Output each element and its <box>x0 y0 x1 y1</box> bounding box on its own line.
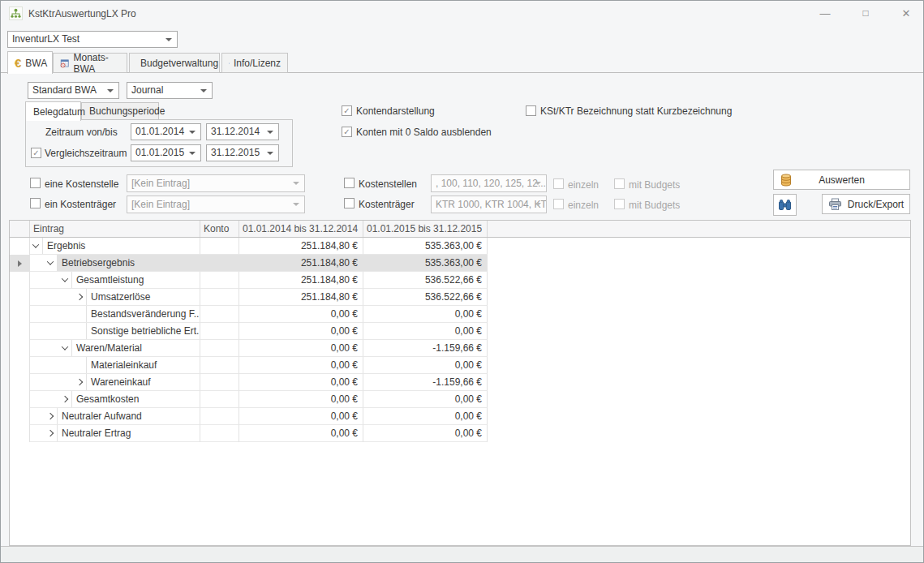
minimize-button[interactable]: — <box>809 1 841 26</box>
vergleichszeitraum-checkbox[interactable] <box>31 148 41 158</box>
kst-bezeichnung-checkbox[interactable] <box>526 105 536 116</box>
row-indicator-cell <box>10 289 30 306</box>
window-bottom-strip <box>1 546 923 563</box>
collapse-icon[interactable] <box>47 258 54 264</box>
kostentraeger-budgets-checkbox[interactable] <box>614 199 625 209</box>
grid-header-konto[interactable]: Konto <box>200 221 239 237</box>
tab-bwa[interactable]: € BWA <box>7 51 53 74</box>
value-2015-cell: -1.159,66 € <box>363 340 488 357</box>
kostenstellen-checkbox[interactable] <box>344 178 355 188</box>
zeitraum-from-datepicker[interactable]: 01.01.2014 <box>131 123 201 140</box>
bwa-variant-select[interactable]: Standard BWA <box>28 82 119 99</box>
auswerten-button[interactable]: Auswerten <box>773 170 910 190</box>
select-value: [Kein Eintrag] <box>131 199 190 210</box>
kostentraeger-checkbox[interactable] <box>344 198 355 208</box>
expand-icon[interactable] <box>47 413 54 419</box>
tab-budgetverwaltung[interactable]: Budgetverwaltung <box>129 53 220 73</box>
expand-icon[interactable] <box>47 430 54 436</box>
kostenstellen-budgets-label: mit Budgets <box>629 179 680 191</box>
close-button[interactable]: ✕ <box>890 1 922 26</box>
grid-header-period-2015[interactable]: 01.01.2015 bis 31.12.2015 <box>363 221 488 237</box>
table-row[interactable]: Neutraler Aufwand0,00 €0,00 € <box>10 408 910 425</box>
kostenstellen-label: Kostenstellen <box>359 178 417 190</box>
tab-buchungsperiode[interactable]: Buchungsperiode <box>81 102 159 119</box>
value-2014-cell: 0,00 € <box>239 391 363 408</box>
eine-kostenstelle-select[interactable]: [Kein Eintrag] <box>127 174 305 192</box>
kostenstellen-select[interactable]: , 100, 110, 120, 125, 12... <box>431 174 547 192</box>
grid-header-row: Eintrag Konto 01.01.2014 bis 31.12.2014 … <box>10 221 910 238</box>
binoculars-icon <box>778 199 792 211</box>
row-label: Ergebnis <box>43 240 85 251</box>
table-row[interactable]: Ergebnis251.184,80 €535.363,00 € <box>10 238 910 255</box>
table-row[interactable]: Neutraler Ertrag0,00 €0,00 € <box>10 425 910 442</box>
collapse-icon[interactable] <box>62 343 68 350</box>
grid-header-period-2014[interactable]: 01.01.2014 bis 31.12.2014 <box>239 221 363 237</box>
grid-header-eintrag[interactable]: Eintrag <box>30 221 200 237</box>
filler-cell <box>488 323 910 340</box>
kst-bezeichnung-label: KSt/KTr Bezeichnung statt Kurzbezeichnun… <box>540 105 732 117</box>
chevron-down-icon <box>107 89 114 92</box>
saldo-ausblenden-checkbox[interactable] <box>342 127 352 137</box>
tree-indent <box>30 391 72 407</box>
value-2015-cell: 0,00 € <box>363 408 488 425</box>
value-2014-cell: 251.184,80 € <box>239 272 363 289</box>
search-button[interactable] <box>773 194 797 216</box>
collapse-icon[interactable] <box>62 275 68 282</box>
maximize-button[interactable]: □ <box>849 1 882 26</box>
tab-label: Budgetverwaltung <box>140 58 218 69</box>
value-2015-cell: 0,00 € <box>363 323 488 340</box>
tab-label: Belegdatum <box>33 106 85 118</box>
kostentraeger-einzeln-checkbox[interactable] <box>553 199 564 209</box>
ein-kostentraeger-select[interactable]: [Kein Eintrag] <box>127 196 305 213</box>
kostentraeger-budgets-label: mit Budgets <box>629 200 680 211</box>
kostenstellen-budgets-checkbox[interactable] <box>614 178 625 189</box>
table-row[interactable]: Gesamtleistung251.184,80 €536.522,66 € <box>10 272 910 289</box>
konto-cell <box>200 357 239 374</box>
value-2014-cell: 0,00 € <box>239 340 363 357</box>
kontendarstellung-checkbox[interactable] <box>342 105 352 116</box>
konto-cell <box>200 340 239 357</box>
tab-monats-bwa[interactable]: Monats-BWA <box>53 53 127 73</box>
filler-cell <box>488 238 910 255</box>
table-row[interactable]: Sonstige betriebliche Ert...0,00 €0,00 € <box>10 323 910 340</box>
chevron-down-icon <box>165 38 172 41</box>
output-mode-select[interactable]: Journal <box>127 82 213 99</box>
tree-indent <box>30 289 87 305</box>
chevron-down-icon <box>293 182 299 185</box>
table-row[interactable]: Wareneinkauf0,00 €-1.159,66 € <box>10 374 910 391</box>
eintrag-cell: Materialeinkauf <box>30 357 200 374</box>
tab-info-lizenz[interactable]: ? Info/Lizenz <box>221 53 288 73</box>
kostenstellen-einzeln-checkbox[interactable] <box>553 178 564 189</box>
ein-kostentraeger-checkbox[interactable] <box>30 198 41 208</box>
table-row[interactable]: Bestandsveränderung F...0,00 €0,00 € <box>10 306 910 323</box>
druck-export-button[interactable]: Druck/Export <box>822 194 910 214</box>
table-row[interactable]: Gesamtkosten0,00 €0,00 € <box>10 391 910 408</box>
tab-label: Monats-BWA <box>73 52 120 75</box>
zeitraum-to-datepicker[interactable]: 31.12.2014 <box>206 123 279 140</box>
tab-belegdatum[interactable]: Belegdatum <box>25 101 81 121</box>
date-value: 01.01.2014 <box>135 126 184 137</box>
client-select[interactable]: InventurLX Test <box>7 31 178 48</box>
row-label: Neutraler Aufwand <box>58 410 142 422</box>
tree-indent <box>30 272 72 288</box>
table-row[interactable]: Umsatzerlöse251.184,80 €536.522,66 € <box>10 289 910 306</box>
value-2014-cell: 0,00 € <box>239 306 363 323</box>
value-2015-cell: -1.159,66 € <box>363 374 488 391</box>
expand-icon[interactable] <box>76 379 83 385</box>
table-row[interactable]: Betriebsergebnis251.184,80 €535.363,00 € <box>10 255 910 272</box>
expand-icon[interactable] <box>76 294 83 300</box>
chevron-down-icon <box>200 89 207 92</box>
tab-label: Buchungsperiode <box>89 105 165 117</box>
eine-kostenstelle-label: eine Kostenstelle <box>45 178 118 190</box>
table-row[interactable]: Waren/Material0,00 €-1.159,66 € <box>10 340 910 357</box>
table-row[interactable]: Materialeinkauf0,00 €0,00 € <box>10 357 910 374</box>
collapse-icon[interactable] <box>32 241 39 247</box>
konto-cell <box>200 255 239 272</box>
expand-icon[interactable] <box>62 396 68 402</box>
kostentraeger-select[interactable]: KTR 1000, KTR 1004, KT... <box>431 196 547 213</box>
konto-cell <box>200 306 239 323</box>
eine-kostenstelle-checkbox[interactable] <box>30 178 41 188</box>
vergleich-from-datepicker[interactable]: 01.01.2015 <box>131 144 201 161</box>
vergleich-to-datepicker[interactable]: 31.12.2015 <box>206 144 279 161</box>
tree-indent <box>30 408 58 424</box>
